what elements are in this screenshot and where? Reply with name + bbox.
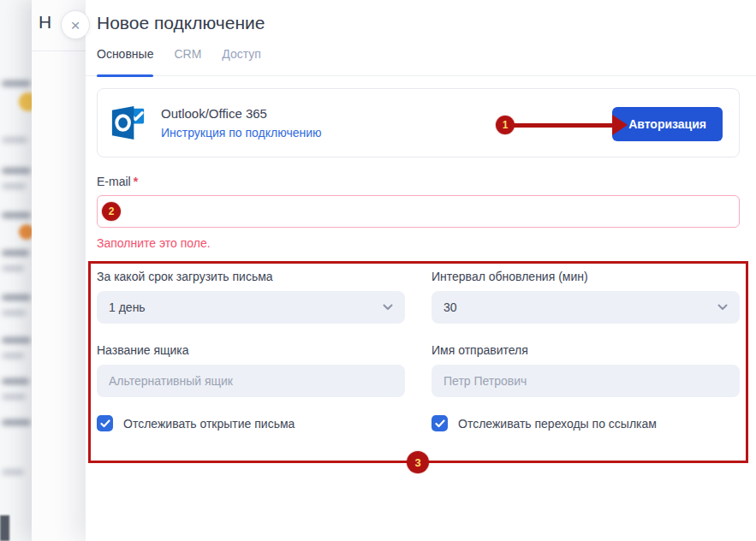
close-icon: × bbox=[70, 17, 80, 33]
load-period-value: 1 день bbox=[109, 300, 146, 314]
annotation-arrow-head bbox=[612, 115, 628, 135]
blur-blob bbox=[2, 337, 31, 343]
mailbox-name-field[interactable] bbox=[97, 365, 405, 397]
annotation-arrow-line bbox=[505, 123, 614, 128]
check-icon bbox=[100, 419, 110, 428]
blur-blob bbox=[19, 224, 32, 240]
outlook-icon bbox=[108, 103, 148, 143]
blur-blob bbox=[2, 469, 24, 475]
refresh-interval-label: Интервал обновления (мин) bbox=[432, 270, 588, 283]
annotation-badge-2: 2 bbox=[102, 202, 121, 221]
blur-blob bbox=[2, 419, 31, 425]
track-clicks-checkbox-row[interactable]: Отслеживать переходы по ссылкам bbox=[432, 415, 657, 431]
checkbox-checked[interactable] bbox=[432, 415, 448, 431]
mailbox-name-label: Название ящика bbox=[97, 343, 189, 357]
authorize-button[interactable]: Авторизация bbox=[612, 107, 723, 141]
required-asterisk: * bbox=[134, 175, 138, 188]
tab-bar: Основные CRM Доступ bbox=[97, 45, 261, 77]
email-field[interactable] bbox=[97, 195, 740, 228]
blur-blob bbox=[19, 92, 32, 111]
refresh-interval-value: 30 bbox=[443, 300, 457, 314]
blur-blob bbox=[2, 265, 24, 271]
blur-blob bbox=[2, 137, 27, 143]
blur-blob bbox=[2, 168, 31, 174]
check-icon bbox=[435, 419, 445, 428]
track-open-checkbox-row[interactable]: Отслеживать открытие письма bbox=[97, 415, 295, 431]
track-open-label: Отслеживать открытие письма bbox=[123, 417, 295, 431]
checkbox-checked[interactable] bbox=[97, 415, 113, 431]
instruction-link[interactable]: Инструкция по подключению bbox=[161, 126, 322, 140]
load-period-select[interactable]: 1 день bbox=[97, 291, 405, 324]
blur-blob bbox=[0, 515, 9, 541]
blur-blob bbox=[2, 183, 26, 189]
refresh-interval-select[interactable]: 30 bbox=[432, 291, 740, 324]
provider-card: Outlook/Office 365 Инструкция по подключ… bbox=[97, 88, 740, 158]
blur-blob bbox=[2, 250, 29, 256]
provider-texts: Outlook/Office 365 Инструкция по подключ… bbox=[161, 106, 322, 140]
close-button[interactable]: × bbox=[61, 10, 90, 39]
track-clicks-label: Отслеживать переходы по ссылкам bbox=[458, 417, 657, 431]
background-page bbox=[0, 0, 32, 541]
load-period-label: За какой срок загрузить письма bbox=[97, 270, 273, 283]
sender-name-label: Имя отправителя bbox=[432, 343, 528, 357]
page-title: Новое подключение bbox=[97, 13, 265, 33]
blur-blob bbox=[2, 378, 29, 384]
blur-blob bbox=[2, 80, 31, 86]
blur-blob bbox=[2, 353, 24, 359]
blur-blob bbox=[2, 212, 31, 218]
chevron-down-icon bbox=[383, 304, 393, 311]
chevron-down-icon bbox=[717, 304, 728, 311]
new-connection-modal: × Новое подключение Основные CRM Доступ … bbox=[86, 0, 756, 541]
tab-crm[interactable]: CRM bbox=[174, 45, 201, 77]
email-error-message: Заполните это поле. bbox=[97, 236, 211, 250]
blur-blob bbox=[2, 394, 26, 400]
blur-blob bbox=[2, 310, 26, 316]
email-label: E-mail* bbox=[97, 175, 138, 188]
tab-access[interactable]: Доступ bbox=[222, 45, 261, 77]
sender-name-field[interactable] bbox=[432, 365, 740, 397]
blur-blob bbox=[2, 294, 31, 300]
annotation-badge-3: 3 bbox=[407, 451, 429, 473]
annotation-badge-1: 1 bbox=[496, 116, 515, 134]
tab-main[interactable]: Основные bbox=[97, 45, 153, 77]
provider-name: Outlook/Office 365 bbox=[161, 106, 322, 121]
